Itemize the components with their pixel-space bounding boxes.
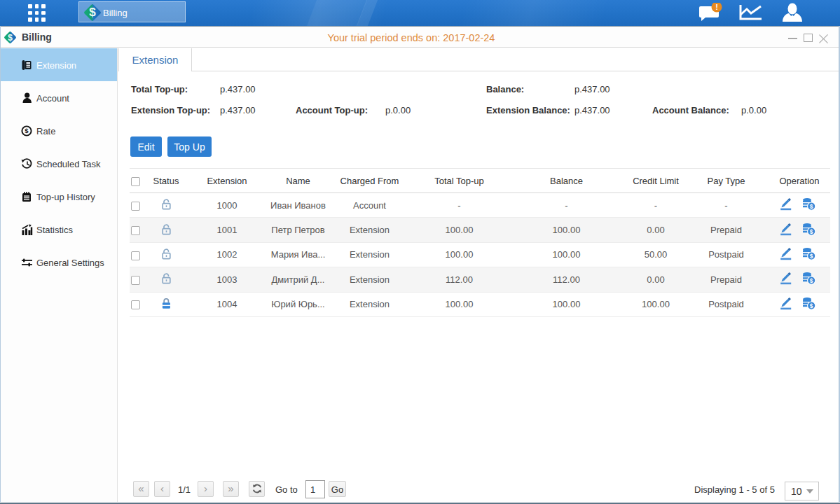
svg-text:$: $ <box>809 227 813 234</box>
svg-text:$: $ <box>25 127 29 134</box>
svg-text:$: $ <box>809 277 813 284</box>
svg-text:$: $ <box>809 203 813 210</box>
svg-text:!: ! <box>715 3 718 11</box>
svg-text:$: $ <box>809 253 813 260</box>
svg-text:$: $ <box>809 302 813 309</box>
